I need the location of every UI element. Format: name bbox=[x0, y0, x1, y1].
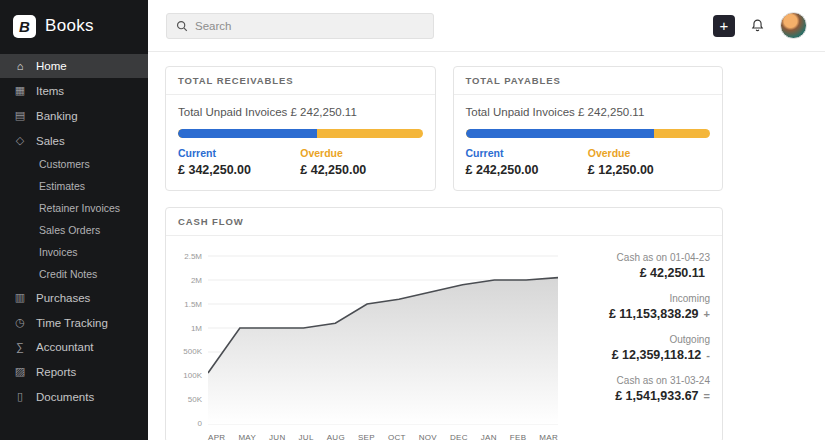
stat-value: £ 12,359,118.12 bbox=[612, 348, 702, 362]
sidebar-subitem-customers[interactable]: Customers bbox=[0, 153, 148, 175]
sidebar-item-label: Banking bbox=[36, 110, 78, 122]
search-box[interactable] bbox=[166, 13, 434, 39]
x-tick: JUN bbox=[269, 433, 285, 440]
banking-icon: ▤ bbox=[13, 109, 27, 122]
notifications-bell-icon[interactable] bbox=[750, 18, 765, 33]
sidebar-subitem-retainer-invoices[interactable]: Retainer Invoices bbox=[0, 197, 148, 219]
stat-outgoing: Outgoing £ 12,359,118.12- bbox=[570, 334, 710, 362]
total-receivables-card: TOTAL RECEIVABLES Total Unpaid Invoices … bbox=[165, 66, 436, 191]
documents-icon: ▯ bbox=[13, 390, 27, 403]
sidebar: B Books ⌂ Home ▦ Items ▤ Banking ◇ Sales… bbox=[0, 0, 148, 440]
sidebar-item-purchases[interactable]: ▥ Purchases bbox=[0, 285, 148, 310]
receivables-current-bar bbox=[178, 129, 317, 138]
chart-x-axis: APR MAY JUN JUL AUG SEP OCT NOV DEC JAN … bbox=[208, 433, 558, 440]
sidebar-item-label: Reports bbox=[36, 366, 76, 378]
main-area: + TOTAL RECEIVABLES Total Unpaid Invoice… bbox=[148, 0, 825, 440]
stat-opening-cash: Cash as on 01-04-23 £ 42,250.11 bbox=[570, 252, 710, 280]
sidebar-subitem-estimates[interactable]: Estimates bbox=[0, 175, 148, 197]
sidebar-item-time-tracking[interactable]: ◷ Time Tracking bbox=[0, 310, 148, 335]
payables-overdue-value: £ 12,250.00 bbox=[588, 163, 710, 177]
y-tick: 0 bbox=[178, 419, 202, 428]
sidebar-item-label: Home bbox=[36, 60, 67, 72]
sidebar-item-banking[interactable]: ▤ Banking bbox=[0, 103, 148, 128]
chart-plot-area[interactable] bbox=[208, 252, 558, 428]
stat-value: £ 42,250.11 bbox=[640, 266, 705, 280]
sidebar-item-home[interactable]: ⌂ Home bbox=[0, 54, 148, 78]
app-title: Books bbox=[45, 16, 94, 36]
sidebar-nav: ⌂ Home ▦ Items ▤ Banking ◇ Sales Custome… bbox=[0, 52, 148, 440]
payables-current-label: Current bbox=[466, 147, 588, 159]
receivables-card-title: TOTAL RECEIVABLES bbox=[166, 67, 435, 95]
sidebar-item-label: Time Tracking bbox=[36, 317, 108, 329]
receivables-current-label: Current bbox=[178, 147, 300, 159]
sidebar-item-label: Purchases bbox=[36, 292, 90, 304]
payables-unpaid-text: Total Unpaid Invoices £ 242,250.11 bbox=[466, 106, 711, 118]
search-icon bbox=[176, 20, 188, 32]
payables-progress-bar bbox=[466, 129, 711, 138]
y-tick: 500K bbox=[178, 347, 202, 356]
topbar: + bbox=[148, 0, 825, 52]
sidebar-item-label: Items bbox=[36, 85, 64, 97]
user-avatar[interactable] bbox=[780, 12, 807, 39]
sidebar-item-sales[interactable]: ◇ Sales bbox=[0, 128, 148, 153]
stat-label: Cash as on 31-03-24 bbox=[570, 375, 710, 386]
items-icon: ▦ bbox=[13, 84, 27, 97]
stat-sign: = bbox=[704, 390, 710, 402]
receivables-overdue-label: Overdue bbox=[300, 147, 422, 159]
stat-label: Incoming bbox=[570, 293, 710, 304]
stat-sign: + bbox=[704, 308, 710, 320]
stat-label: Cash as on 01-04-23 bbox=[570, 252, 710, 263]
sidebar-subitem-invoices[interactable]: Invoices bbox=[0, 241, 148, 263]
payables-card-title: TOTAL PAYABLES bbox=[454, 67, 723, 95]
sidebar-item-accountant[interactable]: ∑ Accountant bbox=[0, 335, 148, 359]
cash-flow-card: CASH FLOW 2.5M 2M 1.5M 1M 500K 100K 50K bbox=[165, 207, 723, 440]
cash-flow-chart: 2.5M 2M 1.5M 1M 500K 100K 50K 0 bbox=[178, 252, 558, 440]
sales-icon: ◇ bbox=[13, 134, 27, 147]
y-tick: 2M bbox=[178, 276, 202, 285]
sidebar-item-documents[interactable]: ▯ Documents bbox=[0, 384, 148, 409]
topbar-actions: + bbox=[713, 12, 807, 39]
x-tick: AUG bbox=[327, 433, 345, 440]
y-tick: 1M bbox=[178, 324, 202, 333]
app-logo[interactable]: B Books bbox=[0, 0, 148, 52]
x-tick: NOV bbox=[419, 433, 437, 440]
sidebar-subitem-credit-notes[interactable]: Credit Notes bbox=[0, 263, 148, 285]
dashboard-content: TOTAL RECEIVABLES Total Unpaid Invoices … bbox=[148, 52, 825, 440]
sidebar-subitem-sales-orders[interactable]: Sales Orders bbox=[0, 219, 148, 241]
x-tick: APR bbox=[208, 433, 225, 440]
clock-icon: ◷ bbox=[13, 316, 27, 329]
payables-current-value: £ 242,250.00 bbox=[466, 163, 588, 177]
sidebar-item-label: Accountant bbox=[36, 341, 94, 353]
sidebar-item-reports[interactable]: ▨ Reports bbox=[0, 359, 148, 384]
x-tick: MAY bbox=[238, 433, 256, 440]
books-logo-icon: B bbox=[13, 15, 36, 38]
y-tick: 100K bbox=[178, 371, 202, 380]
home-icon: ⌂ bbox=[13, 60, 27, 72]
y-tick: 1.5M bbox=[178, 300, 202, 309]
sidebar-item-label: Documents bbox=[36, 391, 94, 403]
search-input[interactable] bbox=[195, 20, 424, 32]
x-tick: JAN bbox=[481, 433, 497, 440]
accountant-icon: ∑ bbox=[13, 341, 27, 353]
cash-flow-card-title: CASH FLOW bbox=[166, 208, 722, 236]
cash-flow-stats: Cash as on 01-04-23 £ 42,250.11 Incoming… bbox=[558, 252, 710, 440]
total-payables-card: TOTAL PAYABLES Total Unpaid Invoices £ 2… bbox=[453, 66, 724, 191]
x-tick: MAR bbox=[539, 433, 558, 440]
y-tick: 50K bbox=[178, 395, 202, 404]
chart-y-axis: 2.5M 2M 1.5M 1M 500K 100K 50K 0 bbox=[178, 252, 208, 428]
receivables-current-value: £ 342,250.00 bbox=[178, 163, 300, 177]
app-window: B Books ⌂ Home ▦ Items ▤ Banking ◇ Sales… bbox=[0, 0, 825, 440]
receivables-unpaid-text: Total Unpaid Invoices £ 242,250.11 bbox=[178, 106, 423, 118]
purchases-icon: ▥ bbox=[13, 291, 27, 304]
y-tick: 2.5M bbox=[178, 252, 202, 261]
stat-closing-cash: Cash as on 31-03-24 £ 1,541,933.67= bbox=[570, 375, 710, 403]
x-tick: JUL bbox=[299, 433, 314, 440]
stat-incoming: Incoming £ 11,153,838.29+ bbox=[570, 293, 710, 321]
stat-value: £ 11,153,838.29 bbox=[609, 307, 699, 321]
x-tick: FEB bbox=[510, 433, 526, 440]
sidebar-item-items[interactable]: ▦ Items bbox=[0, 78, 148, 103]
stat-sign: - bbox=[706, 349, 710, 361]
receivables-progress-bar bbox=[178, 129, 423, 138]
stat-label: Outgoing bbox=[570, 334, 710, 345]
quick-create-button[interactable]: + bbox=[713, 15, 735, 37]
